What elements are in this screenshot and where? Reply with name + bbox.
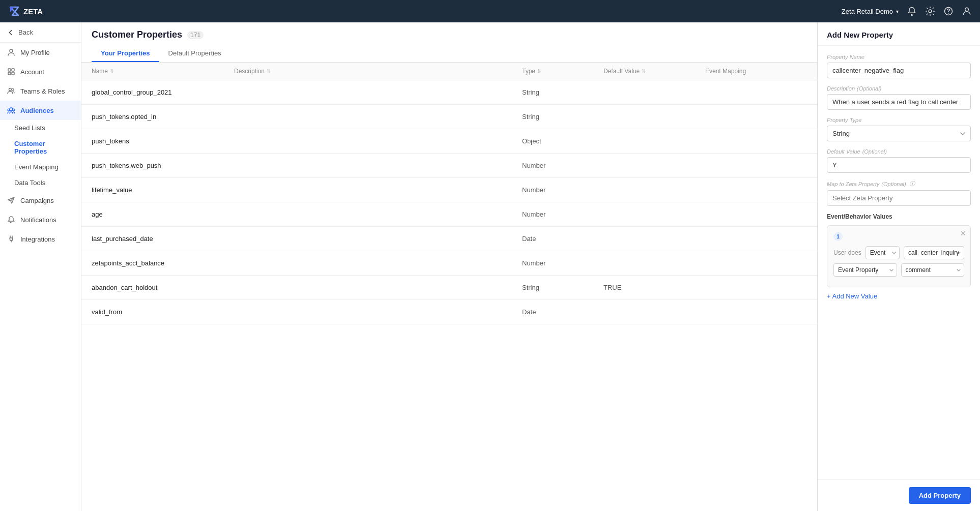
event-name-select[interactable]: call_center_inquiry [904,246,964,259]
chevron-down-icon: ▾ [896,9,899,14]
notifications-icon[interactable] [907,6,917,16]
row-type-6: Date [522,235,603,243]
sidebar-audiences-label: Audiences [20,107,54,114]
event-behavior-label: Event/Behavior Values [827,213,971,220]
property-name-input[interactable] [827,63,971,78]
description-input[interactable] [827,94,971,110]
grid-icon [7,68,15,76]
user-does-label: User does [833,249,861,256]
sidebar-teams-roles-label: Teams & Roles [20,87,65,95]
tab-your-properties[interactable]: Your Properties [92,45,159,62]
sort-name-icon[interactable]: ⇅ [110,69,114,74]
help-icon[interactable] [943,6,954,16]
group-icon [7,87,15,95]
map-to-zeta-input[interactable] [827,190,971,206]
default-value-group: Default Value (Optional) [827,148,971,173]
event-card-1: 1 ✕ User does Event Behavior call_center… [827,225,971,287]
logo-text: ZETA [23,7,43,16]
sidebar-item-account[interactable]: Account [0,62,81,81]
row-name-0: global_control_group_2021 [92,88,234,96]
svg-point-3 [929,10,932,13]
row-type-3: Number [522,162,603,169]
svg-rect-9 [12,69,14,71]
top-nav: ZETA Zeta Retail Demo ▾ [0,0,980,22]
table-row[interactable]: abandon_cart_holdout String TRUE [81,276,817,300]
map-to-zeta-label: Map to Zeta Property (Optional) ⓘ [827,180,971,188]
header-description: Description ⇅ [234,68,522,75]
property-type-group: Property Type String Number Date Object … [827,117,971,141]
table-row[interactable]: zetapoints_acct_balance Number [81,251,817,276]
event-property-value-select[interactable]: comment [901,263,965,277]
user-avatar-icon[interactable] [962,6,972,16]
sidebar-item-campaigns[interactable]: Campaigns [0,191,81,210]
svg-point-14 [10,108,13,111]
sidebar-back-button[interactable]: Back [0,22,81,43]
table-row[interactable]: valid_from Date [81,300,817,324]
title-row: Customer Properties 171 [92,29,807,40]
sidebar-item-integrations[interactable]: Integrations [0,229,81,249]
workspace-label: Zeta Retail Demo [842,8,893,15]
right-panel: Add New Property Property Name Descripti… [817,22,980,511]
sort-default-icon[interactable]: ⇅ [642,69,646,74]
header-type-label: Type [522,68,535,75]
sidebar-notifications-label: Notifications [20,216,56,224]
add-property-button[interactable]: Add Property [909,487,971,504]
sort-description-icon[interactable]: ⇅ [267,69,271,74]
svg-point-7 [10,49,13,52]
row-type-9: Date [522,308,603,316]
back-arrow-icon [7,29,14,36]
page-title: Customer Properties 171 [92,29,204,40]
sidebar: Back My Profile Account [0,22,81,511]
sidebar-item-teams-roles[interactable]: Teams & Roles [0,81,81,101]
table-body: global_control_group_2021 String push_to… [81,80,817,324]
event-type-select[interactable]: Event Behavior [866,246,900,259]
property-type-select[interactable]: String Number Date Object Boolean [827,126,971,141]
table-row[interactable]: age Number [81,202,817,227]
header-type: Type ⇅ [522,68,603,75]
event-card-number: 1 [833,232,843,241]
settings-icon[interactable] [925,6,935,16]
row-name-3: push_tokens.web_push [92,162,234,169]
sidebar-item-notifications[interactable]: Notifications [0,210,81,229]
table-row[interactable]: last_purchased_date Date [81,227,817,251]
zeta-logo[interactable]: ZETA [8,5,43,17]
panel-title: Add New Property [818,22,980,46]
tab-default-properties[interactable]: Default Properties [159,45,230,62]
page-title-text: Customer Properties [92,29,182,40]
header-name: Name ⇅ [92,68,234,75]
default-value-input[interactable] [827,157,971,173]
tab-bar: Your Properties Default Properties [92,45,807,62]
table-row[interactable]: global_control_group_2021 String [81,80,817,105]
back-label: Back [18,28,33,36]
row-name-6: last_purchased_date [92,235,234,243]
header-default-value-label: Default Value [603,68,640,75]
sidebar-my-profile-label: My Profile [20,49,50,56]
sidebar-item-event-mapping[interactable]: Event Mapping [0,159,81,175]
table-row[interactable]: push_tokens.opted_in String [81,105,817,129]
sidebar-item-audiences[interactable]: Audiences [0,101,81,120]
sidebar-item-seed-lists[interactable]: Seed Lists [0,120,81,136]
workspace-selector[interactable]: Zeta Retail Demo ▾ [842,8,899,15]
sidebar-item-data-tools[interactable]: Data Tools [0,175,81,191]
property-name-label: Property Name [827,54,971,60]
row-type-0: String [522,88,603,96]
table-row[interactable]: push_tokens Object [81,129,817,154]
table-row[interactable]: push_tokens.web_push Number [81,154,817,178]
panel-body: Property Name Description (Optional) Pro… [818,46,980,479]
row-name-9: valid_from [92,308,234,316]
table-row[interactable]: lifetime_value Number [81,178,817,202]
nav-right: Zeta Retail Demo ▾ [842,6,972,16]
add-new-value-button[interactable]: + Add New Value [827,292,971,300]
app-body: Back My Profile Account [0,22,980,511]
sidebar-item-customer-properties[interactable]: Customer Properties [0,136,81,159]
sort-type-icon[interactable]: ⇅ [537,69,541,74]
sidebar-event-mapping-label: Event Mapping [14,163,59,171]
header-event-mapping-label: Event Mapping [705,68,746,75]
sidebar-item-my-profile[interactable]: My Profile [0,43,81,62]
row-name-4: lifetime_value [92,186,234,194]
event-card-close-button[interactable]: ✕ [960,230,966,237]
event-property-type-select[interactable]: Event Property [833,263,897,277]
svg-point-5 [948,13,948,14]
person-icon [7,48,15,56]
nav-left: ZETA [8,5,43,17]
